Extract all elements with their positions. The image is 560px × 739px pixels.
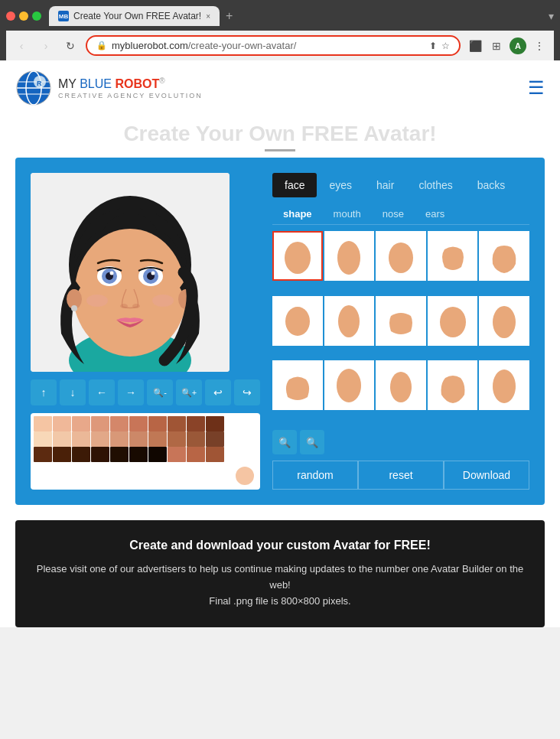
svg-point-37: [493, 370, 516, 403]
color-swatch[interactable]: [53, 447, 71, 462]
zoom-in-ctrl-button[interactable]: 🔍+: [176, 379, 202, 405]
color-swatch[interactable]: [91, 431, 109, 447]
color-swatch[interactable]: [187, 431, 205, 447]
color-swatch[interactable]: [53, 431, 71, 447]
back-button[interactable]: ‹: [12, 37, 31, 55]
profile-icon[interactable]: A: [510, 37, 526, 54]
shape-option-11[interactable]: [272, 360, 323, 410]
shape-option-6[interactable]: [272, 296, 323, 346]
forward-button[interactable]: ›: [37, 37, 55, 55]
color-swatch[interactable]: [148, 416, 167, 431]
color-swatch[interactable]: [148, 447, 167, 462]
shape-option-10[interactable]: [479, 296, 529, 346]
move-up-button[interactable]: ↑: [31, 379, 57, 405]
svg-point-28: [285, 242, 311, 274]
menu-icon[interactable]: ⋮: [531, 37, 548, 54]
title-divider: [265, 149, 295, 151]
grid-icon[interactable]: ⊞: [488, 37, 505, 54]
active-tab[interactable]: MB Create Your Own FREE Avatar! ×: [49, 6, 220, 26]
color-swatch[interactable]: [187, 447, 205, 462]
new-tab-button[interactable]: +: [226, 9, 233, 23]
move-down-button[interactable]: ↓: [60, 379, 86, 405]
svg-text:R: R: [37, 80, 42, 87]
palette-row-3: [34, 447, 257, 462]
svg-point-26: [86, 295, 108, 307]
color-swatch[interactable]: [72, 416, 90, 431]
shape-option-12[interactable]: [324, 360, 375, 410]
shape-option-5[interactable]: [479, 231, 529, 281]
zoom-out-button[interactable]: 🔍: [272, 430, 297, 454]
tab-eyes[interactable]: eyes: [317, 173, 364, 197]
tab-clothes[interactable]: clothes: [406, 173, 464, 197]
color-swatch[interactable]: [187, 416, 205, 431]
shape-option-14[interactable]: [428, 360, 478, 410]
color-swatch[interactable]: [72, 447, 90, 462]
move-right-button[interactable]: →: [118, 379, 144, 405]
browser-toolbar-icons: ⬛ ⊞ A ⋮: [467, 37, 548, 54]
svg-point-24: [120, 304, 128, 308]
avatar-builder: ↑ ↓ ← → 🔍- 🔍+ ↩ ↪: [15, 158, 545, 505]
shape-option-3[interactable]: [376, 231, 426, 281]
move-left-button[interactable]: ←: [89, 379, 115, 405]
address-domain: mybluerobot.com: [112, 40, 188, 51]
palette-row-2: [34, 431, 257, 447]
color-swatch[interactable]: [110, 431, 129, 447]
color-swatch[interactable]: [148, 431, 167, 447]
tab-face[interactable]: face: [272, 173, 317, 197]
color-swatch[interactable]: [129, 447, 148, 462]
download-button[interactable]: Download: [444, 461, 529, 490]
color-swatch[interactable]: [129, 416, 148, 431]
color-swatch[interactable]: [34, 431, 52, 447]
tab-close-button[interactable]: ×: [206, 12, 210, 21]
shape-option-1[interactable]: [272, 231, 323, 281]
shape-option-4[interactable]: [428, 231, 478, 281]
refresh-button[interactable]: ↻: [61, 37, 80, 55]
tab-bar: MB Create Your Own FREE Avatar! × + ▾: [6, 6, 554, 26]
color-swatch[interactable]: [72, 431, 90, 447]
nav-menu-button[interactable]: ☰: [528, 77, 545, 99]
subtab-nose[interactable]: nose: [372, 203, 415, 224]
shape-option-7[interactable]: [324, 296, 375, 346]
color-swatch[interactable]: [91, 416, 109, 431]
subtab-mouth[interactable]: mouth: [323, 203, 372, 224]
close-window-dot[interactable]: [6, 11, 15, 21]
zoom-out-ctrl-button[interactable]: 🔍-: [147, 379, 173, 405]
share-icon: ⬆: [429, 41, 437, 51]
color-swatch[interactable]: [91, 447, 109, 462]
reset-button[interactable]: reset: [358, 461, 444, 490]
color-swatch[interactable]: [206, 431, 224, 447]
redo-button[interactable]: ↪: [234, 379, 260, 405]
tab-hair[interactable]: hair: [364, 173, 406, 197]
subtab-ears[interactable]: ears: [415, 203, 455, 224]
page-content: R MY BLUE ROBOT® CREATIVE AGENCY EVOLUTI…: [0, 60, 560, 627]
shape-option-2[interactable]: [324, 231, 375, 281]
color-swatch[interactable]: [168, 431, 186, 447]
address-path: /create-your-own-avatar/: [188, 40, 297, 51]
undo-button[interactable]: ↩: [205, 379, 231, 405]
color-swatch[interactable]: [206, 416, 224, 431]
color-swatch[interactable]: [129, 431, 148, 447]
zoom-in-button[interactable]: 🔍: [300, 430, 324, 454]
shape-option-8[interactable]: [376, 296, 426, 346]
address-bar[interactable]: 🔒 mybluerobot.com/create-your-own-avatar…: [86, 35, 461, 56]
color-swatch[interactable]: [110, 447, 129, 462]
subtab-shape[interactable]: shape: [272, 203, 323, 224]
color-swatch[interactable]: [34, 447, 52, 462]
shape-option-15[interactable]: [479, 360, 529, 410]
random-button[interactable]: random: [272, 461, 358, 490]
color-swatch[interactable]: [168, 447, 186, 462]
tab-menu-button[interactable]: ▾: [549, 10, 554, 22]
footer-text-2: Final .png file is 800×800 pixels.: [209, 595, 350, 607]
maximize-window-dot[interactable]: [32, 11, 41, 21]
color-swatch[interactable]: [206, 447, 224, 462]
bookmark-icon[interactable]: ☆: [441, 41, 450, 51]
shape-option-13[interactable]: [376, 360, 426, 410]
color-swatch[interactable]: [53, 416, 71, 431]
shape-option-9[interactable]: [428, 296, 478, 346]
color-swatch[interactable]: [34, 416, 52, 431]
minimize-window-dot[interactable]: [19, 11, 28, 21]
extensions-icon[interactable]: ⬛: [467, 37, 483, 54]
color-swatch[interactable]: [168, 416, 186, 431]
tab-backs[interactable]: backs: [465, 173, 518, 197]
color-swatch[interactable]: [110, 416, 129, 431]
